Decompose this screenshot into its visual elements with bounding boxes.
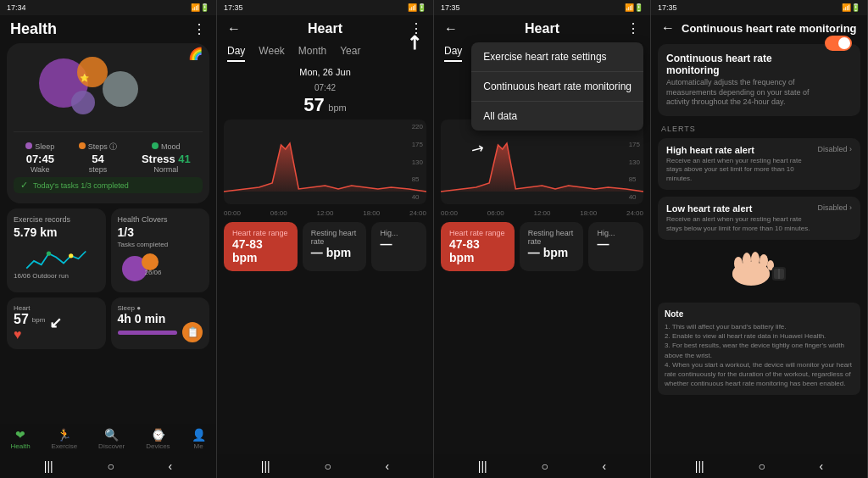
heart-header-1: ← Heart ⋮	[217, 15, 433, 42]
screen-continuous: 17:35 📶🔋 ← Continuous heart rate monitor…	[651, 0, 868, 478]
high-value-2: —	[597, 237, 635, 251]
nav-devices[interactable]: ⌚ Devices	[146, 428, 170, 450]
tab-month-1[interactable]: Month	[298, 45, 326, 62]
high-alert-row[interactable]: High heart rate alert Receive an alert w…	[658, 138, 860, 190]
alerts-label: ALERTS	[651, 119, 867, 135]
monitoring-row: Continuous heart rate monitoring Automat…	[666, 53, 852, 108]
home-icon-1[interactable]: ○	[107, 459, 114, 473]
home-icon-4[interactable]: ○	[758, 459, 765, 473]
x-6-1: 06:00	[270, 209, 287, 217]
back-button-1[interactable]: ←	[227, 21, 241, 36]
exercise-card[interactable]: Exercise records 5.79 km 16/06 Outdoor r…	[7, 208, 106, 292]
tab-year-1[interactable]: Year	[340, 45, 360, 62]
nav-discover[interactable]: 🔍 Discover	[98, 428, 125, 450]
y-85-2: 85	[629, 175, 640, 183]
y-130-2: 130	[629, 158, 640, 166]
back-icon-3[interactable]: ‹	[602, 459, 606, 473]
dropdown-menu: Exercise heart rate settings Continuous …	[471, 42, 643, 131]
dropdown-exercise-settings[interactable]: Exercise heart rate settings	[471, 42, 643, 72]
devices-nav-label: Devices	[146, 442, 170, 450]
dropdown-continuous-monitoring[interactable]: Continuous heart rate monitoring	[471, 72, 643, 102]
health-more-button[interactable]: ⋮	[192, 21, 206, 37]
dropdown-all-data[interactable]: All data	[471, 102, 643, 131]
note-item-2: 2. Enable to view all heart rate data in…	[665, 331, 854, 341]
sleep-card[interactable]: Sleep ● 4h 0 min 📋	[111, 297, 210, 349]
health-cards-area: 🌈 ⭐ Sleep 07:45 Wake Steps ⓘ 54 steps	[0, 43, 216, 424]
back-icon-2[interactable]: ‹	[385, 459, 389, 473]
nav-me[interactable]: 👤 Me	[192, 428, 206, 450]
low-alert-row[interactable]: Low heart rate alert Receive an alert wh…	[658, 197, 860, 240]
high-card-2[interactable]: Hig... —	[588, 222, 643, 271]
high-alert-title: High heart rate alert	[666, 145, 817, 155]
clovers-date: 26/06	[145, 269, 162, 276]
range-value-1: 47-83 bpm	[232, 237, 289, 264]
menu-icon-3[interactable]: |||	[478, 459, 487, 473]
clovers-card[interactable]: Health Clovers 1/3 Tasks completed 26/06	[111, 208, 210, 292]
back-icon-1[interactable]: ‹	[168, 459, 172, 473]
menu-icon-4[interactable]: |||	[695, 459, 704, 473]
health-header: Health ⋮	[0, 15, 216, 43]
system-nav-1: ||| ○ ‹	[0, 454, 216, 478]
clovers-title: Health Clovers	[118, 215, 203, 224]
bubble-card: 🌈 ⭐ Sleep 07:45 Wake Steps ⓘ 54 steps	[7, 43, 209, 203]
sleep-sub: Wake	[25, 165, 54, 174]
me-nav-icon: 👤	[192, 428, 206, 442]
note-item-4: 4. When you start a workout, the device …	[665, 360, 854, 389]
bubble-gray	[103, 71, 138, 107]
home-icon-2[interactable]: ○	[324, 459, 331, 473]
range-card-1[interactable]: Heart rate range 47-83 bpm	[224, 222, 298, 271]
back-icon-4[interactable]: ‹	[819, 459, 823, 473]
heart-card[interactable]: Heart 57 bpm ♥ ↙	[7, 297, 106, 349]
exercise-nav-label: Exercise	[52, 442, 78, 450]
bottom-cards-row: Heart 57 bpm ♥ ↙ Sleep ● 4h 0 min 📋	[7, 297, 209, 349]
menu-icon-1[interactable]: |||	[44, 459, 53, 473]
nav-exercise[interactable]: 🏃 Exercise	[52, 428, 78, 450]
bubble-container: ⭐	[14, 50, 203, 126]
chart-y-labels-2: 220 175 130 85 40	[629, 123, 640, 201]
svg-point-6	[751, 252, 760, 267]
status-icons-3: 📶🔋	[625, 3, 643, 12]
exercise-card-value: 5.79 km	[14, 225, 99, 239]
back-button-4[interactable]: ←	[661, 20, 675, 36]
back-button-2[interactable]: ←	[444, 21, 458, 36]
tab-day-2[interactable]: Day	[444, 45, 462, 62]
heart-tabs-1: Day Week Month Year	[217, 42, 433, 65]
heart-unit: bpm	[32, 316, 46, 324]
tab-week-1[interactable]: Week	[259, 45, 284, 62]
home-icon-3[interactable]: ○	[541, 459, 548, 473]
high-card-1[interactable]: Hig... —	[371, 222, 426, 271]
watch-svg	[726, 248, 793, 291]
exercise-line	[14, 242, 99, 272]
monitoring-toggle[interactable]	[825, 36, 852, 51]
low-alert-title: Low heart rate alert	[666, 203, 817, 214]
resting-value-1: — bpm	[311, 246, 359, 259]
system-nav-3: ||| ○ ‹	[434, 454, 650, 478]
sleep-icon-glyph: 📋	[186, 326, 199, 338]
time-1: 17:34	[7, 3, 26, 12]
high-alert-content: High heart rate alert Receive an alert w…	[666, 145, 817, 183]
high-title-2: Hig...	[597, 229, 635, 237]
tab-day-1[interactable]: Day	[227, 45, 245, 62]
steps-sub: steps	[79, 165, 118, 174]
resting-card-2[interactable]: Resting heart rate — bpm	[520, 222, 584, 271]
heart-more-button-2[interactable]: ⋮	[626, 20, 640, 36]
me-nav-label: Me	[193, 442, 203, 450]
resting-card-1[interactable]: Resting heart rate — bpm	[303, 222, 367, 271]
heart-range-cards-1: Heart rate range 47-83 bpm Resting heart…	[217, 219, 433, 275]
range-card-2[interactable]: Heart rate range 47-83 bpm	[441, 222, 515, 271]
svg-point-7	[760, 254, 768, 268]
low-alert-status: Disabled ›	[817, 203, 852, 212]
monitoring-block: Continuous heart rate monitoring Automat…	[658, 44, 860, 116]
menu-icon-2[interactable]: |||	[261, 459, 270, 473]
chart-svg-2	[441, 119, 643, 204]
heart-chart-1: 220 175 130 85 40	[224, 119, 426, 204]
tasks-icon: ✓	[20, 180, 28, 191]
sleep-icon: 📋	[182, 322, 203, 342]
heart-icon: ♥	[14, 327, 22, 342]
nav-health[interactable]: ❤ Health	[10, 428, 30, 450]
tasks-text: Today's tasks 1/3 completed	[33, 181, 129, 190]
y-40-2: 40	[629, 193, 640, 201]
x-12-2: 12:00	[533, 209, 550, 217]
x-24-2: 24:00	[626, 209, 643, 217]
toggle-knob	[838, 37, 850, 49]
